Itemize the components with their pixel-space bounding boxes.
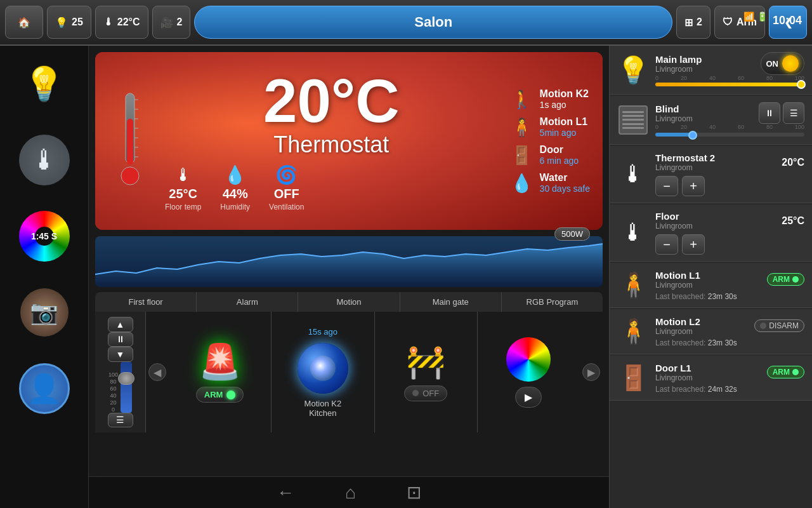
- sensor-water: 💧 Water 30 days safe: [511, 172, 590, 194]
- sidebar-item-colorwheel[interactable]: 1:45 S: [13, 204, 76, 268]
- rgb-play-button[interactable]: ▶: [515, 387, 542, 408]
- tab-alarm[interactable]: Alarm: [197, 292, 298, 312]
- lamp-slider[interactable]: [655, 83, 804, 88]
- bulb-device-icon: 💡: [617, 55, 650, 86]
- blind-pause-button[interactable]: ⏸: [759, 102, 780, 124]
- gate-cell[interactable]: 🚧 OFF: [375, 312, 478, 432]
- home-icon: 🏠: [18, 17, 30, 29]
- main-temperature-display: 20°C Thermostat 🌡 25°C Floor temp 💧 44% …: [165, 70, 498, 211]
- motion-k2-icon: 🚶: [511, 89, 534, 110]
- motion-l2-device-name: Motion L2: [655, 316, 700, 327]
- clock-display: 10:04: [773, 14, 802, 27]
- motion-l2-device-info: Motion L2 Livingroom DISARM Last breache…: [655, 316, 804, 347]
- motion-cell[interactable]: 15s ago Motion K2Kitchen: [272, 312, 374, 432]
- motion-l1-arm-badge[interactable]: ARM: [767, 273, 804, 286]
- blind-menu-button[interactable]: ☰: [783, 102, 804, 124]
- thermo2-value: 20°C: [782, 157, 804, 168]
- blind-slider-thumb[interactable]: [688, 131, 697, 140]
- gate-off-button[interactable]: OFF: [404, 385, 447, 401]
- door-info: Door 6 min ago: [540, 144, 579, 166]
- user-sidebar-icon: 👤: [27, 372, 62, 405]
- motion-ball-icon: [298, 343, 348, 394]
- floor-increase-button[interactable]: +: [682, 234, 705, 255]
- recents-button[interactable]: ⊡: [407, 482, 421, 503]
- window-button[interactable]: ⊞ 2: [676, 6, 710, 39]
- door-l1-device-icon: 🚪: [617, 362, 649, 394]
- top-bar: 🏠 💡 25 🌡 22°C 🎥 2 Salon ⊞ 2 🛡 Arm ❮ 📶 🔋 …: [0, 0, 812, 46]
- shield-icon: 🛡: [723, 17, 733, 28]
- arm-label-text: ARM: [204, 390, 223, 399]
- device-motion-l1: 🧍 Motion L1 Livingroom ARM Last breached…: [610, 263, 812, 308]
- tab-main-gate[interactable]: Main gate: [400, 292, 502, 312]
- door-l1-device-name: Door L1: [655, 363, 693, 373]
- bottom-content: ▲ ⏸ ▼ 100 80 60 40 20 0: [95, 312, 603, 432]
- sidebar-item-user[interactable]: 👤: [13, 357, 76, 420]
- blind-name: Blind: [655, 104, 693, 114]
- floor-decrease-button[interactable]: −: [655, 234, 678, 255]
- tab-rgb-program[interactable]: RGB Program: [502, 292, 603, 312]
- chart-svg: [95, 236, 603, 287]
- volume-control: ▲ ⏸ ▼ 100 80 60 40 20 0: [95, 312, 146, 432]
- temperature-value: 20°C: [165, 70, 498, 131]
- status-icons: 📶 🔋: [743, 11, 768, 22]
- next-arrow[interactable]: ▶: [580, 312, 603, 432]
- energy-section: 500W: [95, 236, 603, 287]
- rgb-cell[interactable]: ▶: [478, 312, 580, 432]
- camera-button[interactable]: 🎥 2: [152, 6, 191, 39]
- volume-down-button[interactable]: ▼: [108, 347, 133, 362]
- temperature-button[interactable]: 🌡 22°C: [95, 6, 148, 39]
- thermometer-svg: [114, 87, 146, 195]
- sidebar-item-camera[interactable]: 📷: [13, 281, 76, 344]
- right-arrow-icon[interactable]: ▶: [582, 363, 600, 381]
- sidebar-item-light[interactable]: 💡: [13, 52, 76, 116]
- salon-button[interactable]: Salon: [194, 6, 672, 39]
- lights-button[interactable]: 💡 25: [47, 6, 91, 39]
- battery-icon: 🔋: [757, 11, 768, 22]
- pause-control-button[interactable]: ⏸: [108, 332, 133, 347]
- tab-first-floor[interactable]: First floor: [95, 292, 197, 312]
- floor-icon: 🌡: [621, 219, 645, 246]
- arm-button[interactable]: 🛡 Arm: [714, 6, 765, 39]
- thermo2-decrease-button[interactable]: −: [655, 176, 678, 196]
- water-icon: 💧: [511, 173, 534, 194]
- floor-name: Floor: [655, 211, 693, 222]
- lamp-toggle[interactable]: ON: [761, 52, 805, 75]
- alarm-cell[interactable]: 🚨 ARM: [169, 312, 272, 432]
- humidity-stat: 💧 44% Humidity: [220, 164, 250, 211]
- ventilation-label: Ventilation: [269, 203, 304, 211]
- toggle-indicator: [782, 55, 799, 72]
- device-main-lamp: 💡 Main lamp Livingroom ON 020406080100: [610, 46, 812, 95]
- motion-l2-disarm-badge[interactable]: DISARM: [754, 319, 804, 332]
- motion-l2-device-location: Livingroom: [655, 327, 700, 336]
- ventilation-icon: 🌀: [275, 164, 298, 185]
- sidebar-item-thermometer[interactable]: 🌡: [13, 128, 76, 192]
- thermo2-info: Thermostat 2 Livingroom 20°C − +: [655, 152, 804, 196]
- motion-l1-device-name: Motion L1: [655, 270, 700, 281]
- volume-slider-thumb[interactable]: [118, 372, 134, 385]
- thermo2-icon: 🌡: [621, 161, 645, 188]
- prev-arrow[interactable]: ◀: [146, 312, 169, 432]
- motion-l1-icon: 🧍: [511, 117, 534, 138]
- thermo2-increase-button[interactable]: +: [682, 176, 705, 196]
- ventilation-stat: 🌀 OFF Ventilation: [269, 164, 304, 211]
- motion-l1-time: 5min ago: [540, 128, 588, 138]
- lamp-slider-thumb[interactable]: [797, 80, 806, 89]
- menu-control-button[interactable]: ☰: [108, 413, 133, 428]
- thermostat-card: 20°C Thermostat 🌡 25°C Floor temp 💧 44% …: [95, 52, 603, 230]
- alarm-arm-button[interactable]: ARM: [196, 387, 244, 403]
- arm-badge-dot-2: [792, 369, 799, 375]
- left-arrow-icon[interactable]: ◀: [148, 363, 166, 381]
- tab-motion[interactable]: Motion: [298, 292, 400, 312]
- door-l1-arm-badge[interactable]: ARM: [767, 366, 804, 378]
- floor-controls: − +: [655, 234, 804, 255]
- camera-icon: 🎥: [160, 17, 173, 29]
- home-button[interactable]: 🏠: [5, 6, 43, 39]
- home-nav-button[interactable]: ⌂: [345, 483, 356, 503]
- motion-l1-last-breached: Last breached: 23m 30s: [655, 292, 804, 301]
- volume-up-button[interactable]: ▲: [108, 317, 133, 332]
- back-button[interactable]: ←: [277, 483, 294, 503]
- motion-l1-device-location: Livingroom: [655, 281, 700, 290]
- device-door-l1: 🚪 Door L1 Livingroom ARM Last breached: …: [610, 356, 812, 401]
- door-icon: 🚪: [511, 145, 534, 166]
- blind-slider[interactable]: [655, 131, 804, 138]
